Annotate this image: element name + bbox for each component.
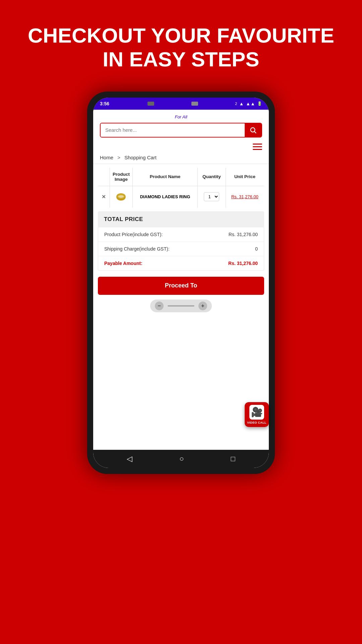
- quantity-cell: 1 2 3: [198, 186, 226, 208]
- total-header: TOTAL PRICE: [98, 211, 264, 227]
- payable-label: Payable Amount:: [104, 261, 142, 266]
- status-icon-2: [191, 102, 198, 106]
- breadcrumb-home[interactable]: Home: [100, 155, 113, 160]
- bottom-nav: ◁ ○ □: [93, 450, 269, 468]
- col-product-image: Product Image: [110, 167, 132, 186]
- search-bar: [100, 123, 262, 138]
- remove-item-button[interactable]: ✕: [102, 194, 106, 200]
- unit-price[interactable]: Rs. 31,276.00: [231, 194, 258, 199]
- svg-point-0: [251, 127, 255, 132]
- zoom-track: [168, 305, 194, 307]
- proceed-button[interactable]: Proceed To: [98, 277, 264, 295]
- search-input[interactable]: [101, 123, 245, 137]
- video-call-icon: 🎥: [251, 407, 263, 418]
- col-product-name: Product Name: [132, 167, 197, 186]
- payable-row: Payable Amount: Rs. 31,276.00: [98, 256, 264, 270]
- status-bar: 3:56 2 ▲ ▲▲ 🔋: [93, 98, 269, 110]
- hamburger-menu[interactable]: [253, 144, 262, 150]
- hamburger-line-1: [253, 144, 262, 145]
- cart-section: Product Image Product Name Quantity Unit…: [93, 164, 269, 211]
- back-button[interactable]: ◁: [127, 454, 132, 463]
- svg-line-1: [254, 131, 256, 133]
- total-section: TOTAL PRICE Product Price(include GST): …: [93, 211, 269, 274]
- shipping-value: 0: [255, 246, 258, 252]
- status-icons-right: 2 ▲ ▲▲ 🔋: [235, 101, 262, 106]
- price-cell: Rs. 31,276.00: [226, 186, 264, 208]
- menu-bar: [93, 140, 269, 152]
- battery-icon: 🔋: [257, 101, 262, 106]
- zoom-out-button[interactable]: −: [155, 302, 164, 310]
- recents-button[interactable]: □: [231, 454, 235, 463]
- product-name-cell: DIAMOND LADIES RING: [132, 186, 197, 208]
- hamburger-line-2: [253, 146, 262, 147]
- zoom-bar: − +: [93, 298, 269, 314]
- sim-icon: 2: [235, 102, 237, 106]
- search-button[interactable]: [245, 123, 261, 137]
- product-price-label: Product Price(include GST):: [104, 232, 163, 237]
- ring-icon: [114, 190, 128, 204]
- product-image-cell: [110, 186, 132, 208]
- hamburger-line-3: [253, 149, 262, 150]
- breadcrumb-separator: >: [117, 155, 120, 160]
- col-quantity: Quantity: [198, 167, 226, 186]
- wifi-icon: ▲: [239, 101, 244, 106]
- total-rows: Product Price(include GST): Rs. 31,276.0…: [98, 227, 264, 271]
- status-icon-1: [147, 102, 154, 106]
- cart-table: Product Image Product Name Quantity Unit…: [98, 167, 264, 208]
- proceed-btn-label: Proceed To: [165, 282, 197, 289]
- col-unit-price: Unit Price: [226, 167, 264, 186]
- col-remove: [98, 167, 110, 186]
- zoom-in-button[interactable]: +: [198, 302, 207, 310]
- video-call-label: VIDEO CALL: [247, 421, 266, 424]
- video-call-icon-wrapper: 🎥: [249, 405, 264, 420]
- zoom-out-icon: −: [158, 303, 161, 309]
- app-logo: For All: [100, 114, 262, 119]
- breadcrumb-current: Shopping Cart: [124, 155, 157, 160]
- quantity-select[interactable]: 1 2 3: [204, 192, 219, 201]
- app-content: For All: [93, 110, 269, 450]
- video-call-fab[interactable]: 🎥 VIDEO CALL: [245, 402, 269, 427]
- phone-mockup: 3:56 2 ▲ ▲▲ 🔋 For All: [87, 92, 275, 474]
- zoom-control: − +: [150, 300, 212, 312]
- breadcrumb: Home > Shopping Cart: [93, 152, 269, 164]
- product-price-row: Product Price(include GST): Rs. 31,276.0…: [98, 227, 264, 242]
- status-time: 3:56: [100, 101, 109, 106]
- product-price-value: Rs. 31,276.00: [229, 232, 258, 237]
- signal-icon: ▲▲: [246, 101, 255, 106]
- zoom-in-icon: +: [201, 303, 204, 309]
- table-row: ✕: [98, 186, 264, 208]
- payable-value: Rs. 31,276.00: [228, 261, 258, 266]
- shipping-row: Shipping Charge(include GST): 0: [98, 242, 264, 256]
- home-button[interactable]: ○: [179, 454, 184, 463]
- app-header: For All: [93, 110, 269, 140]
- product-image: [114, 190, 128, 204]
- search-icon: [249, 126, 257, 134]
- total-header-text: TOTAL PRICE: [104, 216, 143, 222]
- page-heading: CHECKOUT YOUR FAVOURITE IN EASY STEPS: [8, 23, 354, 71]
- shipping-label: Shipping Charge(include GST):: [104, 246, 170, 252]
